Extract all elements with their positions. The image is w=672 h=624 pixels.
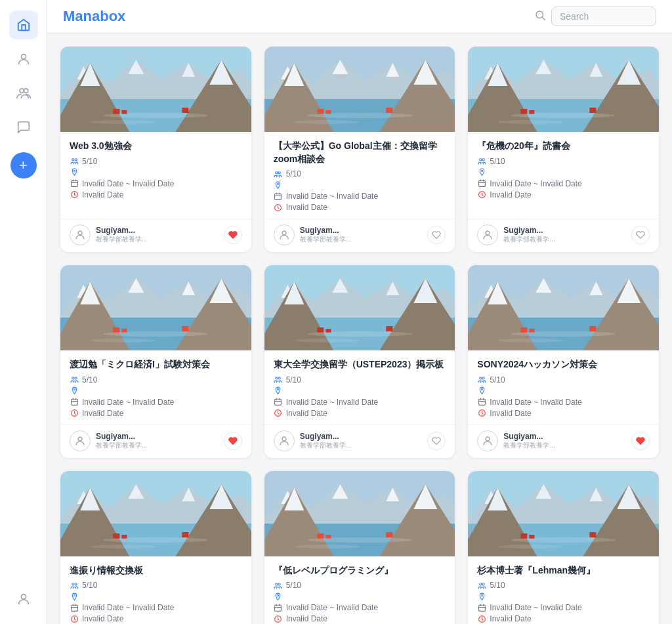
card-body: 『危機の20年』読書会 5/10 (468, 132, 659, 218)
members-row: 5/10 (70, 157, 242, 166)
svg-point-46 (294, 120, 360, 124)
svg-line-186 (74, 619, 75, 620)
members-row: 5/10 (274, 375, 446, 385)
card-item: Web 3.0勉強会 5/10 (60, 47, 251, 252)
svg-point-83 (486, 231, 490, 235)
deadline-row: Invalid Date (274, 409, 446, 418)
search-input[interactable] (551, 7, 656, 26)
svg-point-109 (78, 437, 82, 441)
sidebar-item-group[interactable] (9, 79, 38, 108)
date-range-row: Invalid Date ~ Invalid Date (70, 398, 242, 407)
svg-rect-96 (182, 326, 188, 331)
svg-line-56 (278, 207, 280, 209)
like-button[interactable] (224, 432, 242, 450)
like-button[interactable] (631, 226, 650, 244)
card-body: SONY2024ハッカソン対策会 5/10 (468, 350, 659, 425)
user-dept: 教養学部教養学... (300, 235, 351, 244)
clock-icon (274, 614, 283, 623)
member-count: 5/10 (490, 157, 505, 166)
card-meta: 5/10 (274, 581, 446, 623)
card-footer: Sugiyam... 教養学部教養学... (264, 425, 455, 458)
date-range: Invalid Date ~ Invalid Date (286, 603, 378, 612)
add-button[interactable]: + (10, 152, 37, 178)
sidebar-item-profile[interactable] (9, 585, 38, 614)
svg-point-22 (75, 159, 77, 161)
people-icon (70, 375, 79, 385)
location-icon (70, 386, 79, 396)
main-area: Manabox (47, 0, 672, 624)
sidebar-item-home[interactable] (9, 10, 38, 39)
svg-rect-50 (275, 194, 282, 199)
sidebar: + (0, 0, 47, 624)
member-count: 5/10 (82, 157, 97, 166)
user-info: Sugiyam... 教養学部教養学... (300, 432, 351, 450)
svg-rect-70 (590, 108, 597, 113)
card-image (468, 471, 659, 556)
svg-point-178 (75, 583, 77, 585)
like-button[interactable] (631, 432, 650, 450)
card-title: 杉本博士著『Lehman幾何』 (477, 564, 650, 577)
deadline: Invalid Date (286, 203, 327, 212)
card-title: 進振り情報交換板 (70, 564, 242, 577)
card-body: 杉本博士著『Lehman幾何』 5/10 (468, 556, 659, 624)
svg-rect-102 (71, 399, 77, 405)
svg-point-45 (307, 113, 412, 118)
svg-rect-18 (182, 108, 188, 113)
sidebar-item-person[interactable] (9, 45, 38, 73)
card-title: Web 3.0勉強会 (70, 140, 242, 153)
date-range: Invalid Date ~ Invalid Date (490, 603, 581, 612)
avatar (70, 224, 91, 245)
svg-point-23 (74, 170, 75, 171)
card-body: 【大学公式】Go Global主催：交換留学zoom相談会 5/10 (264, 132, 455, 218)
svg-rect-154 (478, 399, 485, 405)
location-icon (274, 386, 283, 396)
people-icon (274, 375, 283, 385)
user-info: Sugiyam... 教養学部教養学... (503, 226, 555, 244)
date-range-row: Invalid Date ~ Invalid Date (477, 179, 650, 188)
card-title: 『低レベルプログラミング』 (274, 564, 446, 577)
card-item: 杉本博士著『Lehman幾何』 5/10 (468, 471, 659, 624)
svg-point-123 (307, 331, 412, 337)
cards-grid: Web 3.0勉強会 5/10 (60, 47, 659, 624)
like-button[interactable] (427, 432, 446, 450)
svg-point-204 (278, 583, 280, 585)
card-item: 『危機の20年』読書会 5/10 (468, 47, 659, 252)
card-image (264, 47, 455, 132)
svg-rect-232 (478, 605, 485, 611)
deadline: Invalid Date (490, 409, 531, 418)
svg-line-82 (482, 195, 483, 196)
calendar-icon (70, 398, 79, 407)
card-image (60, 47, 251, 132)
svg-point-47 (276, 171, 278, 173)
like-button[interactable] (224, 226, 242, 244)
card-item: SONY2024ハッカソン対策会 5/10 (468, 265, 659, 458)
members-row: 5/10 (477, 157, 650, 166)
svg-point-179 (74, 594, 75, 596)
user-name: Sugiyam... (503, 226, 555, 235)
card-meta: 5/10 (477, 581, 650, 623)
calendar-icon (274, 192, 283, 201)
clock-icon (70, 614, 79, 623)
svg-point-228 (498, 545, 564, 549)
card-image (468, 265, 659, 350)
svg-point-149 (511, 331, 616, 337)
plus-icon: + (19, 157, 28, 174)
people-icon (274, 581, 283, 590)
clock-icon (477, 409, 486, 418)
like-button[interactable] (427, 226, 446, 244)
date-range-row: Invalid Date ~ Invalid Date (274, 603, 446, 612)
avatar (274, 430, 295, 451)
sidebar-item-chat[interactable] (9, 113, 38, 142)
user-info: Sugiyam... 教養学部教養学... (96, 432, 147, 450)
svg-line-212 (278, 619, 280, 620)
svg-line-238 (482, 619, 483, 620)
date-range: Invalid Date ~ Invalid Date (82, 603, 174, 612)
user-info: Sugiyam... 教養学部教養学... (96, 226, 147, 244)
svg-rect-122 (386, 326, 392, 331)
deadline-row: Invalid Date (70, 614, 242, 623)
calendar-icon (70, 603, 79, 612)
card-footer: Sugiyam... 教養学部教養学... (60, 425, 251, 458)
svg-point-203 (276, 583, 278, 585)
svg-line-134 (278, 413, 280, 415)
svg-point-151 (480, 377, 482, 379)
